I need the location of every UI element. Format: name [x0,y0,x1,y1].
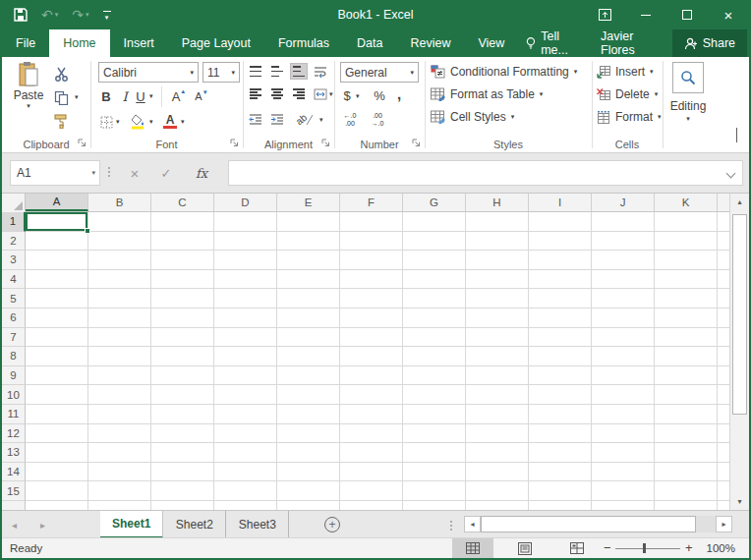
horizontal-scrollbar-track[interactable] [696,516,716,532]
cell-I15[interactable] [529,481,592,501]
cell-C12[interactable] [151,424,214,444]
cell-G9[interactable] [403,366,466,386]
cell-J12[interactable] [592,424,655,444]
row-header-13[interactable]: 13 [2,443,26,463]
cell-K8[interactable] [655,347,718,366]
cell-E11[interactable] [277,405,340,424]
cell-C10[interactable] [151,385,214,405]
decrease-indent-button[interactable] [247,111,264,128]
scroll-left-button[interactable]: ◂ [464,516,481,532]
cell-D5[interactable] [214,289,277,308]
select-all-button[interactable] [2,194,26,212]
column-header-partial[interactable] [718,194,729,211]
cell-C4[interactable] [151,270,214,290]
zoom-out-button[interactable]: − [604,538,611,558]
cell-partial-4[interactable] [718,270,729,290]
cell-D11[interactable] [214,405,277,424]
cell-C3[interactable] [151,251,214,270]
column-header-B[interactable]: B [88,194,151,211]
row-header-14[interactable]: 14 [2,463,26,482]
cell-J11[interactable] [592,405,655,424]
cell-G7[interactable] [403,328,466,348]
cell-H1[interactable] [466,212,529,232]
cell-I1[interactable] [529,212,592,232]
row-header-6[interactable]: 6 [2,308,26,328]
cell-partial-8[interactable] [718,347,729,366]
column-header-K[interactable]: K [655,194,718,211]
tab-view[interactable]: View [464,29,518,57]
cell-D4[interactable] [214,270,277,290]
collapse-ribbon-button[interactable] [736,129,737,142]
cell-I7[interactable] [529,328,592,348]
middle-align-button[interactable] [268,63,286,80]
cell-C13[interactable] [151,443,214,463]
column-header-C[interactable]: C [151,194,214,211]
decrease-decimal-button[interactable]: .00→.0 [366,111,389,129]
fill-color-dropdown-icon[interactable]: ▾ [149,118,153,126]
cell-D3[interactable] [214,251,277,270]
paste-button[interactable]: Paste ▾ [10,61,47,110]
cell-J9[interactable] [592,366,655,386]
font-size-dropdown-icon[interactable]: ▾ [231,69,235,77]
cell-F3[interactable] [340,251,403,270]
expand-formula-bar-icon[interactable] [726,168,736,178]
tab-scrollbar-splitter[interactable] [450,521,452,531]
cell-I14[interactable] [529,463,592,482]
cell-F11[interactable] [340,405,403,424]
cell-H12[interactable] [466,424,529,444]
number-dialog-launcher[interactable] [411,138,422,148]
cell-J7[interactable] [592,328,655,348]
insert-cells-button[interactable]: Insert ▾ [597,65,654,79]
cell-I8[interactable] [529,347,592,366]
cell-partial-13[interactable] [718,443,729,463]
cell-H8[interactable] [466,347,529,366]
bold-button[interactable]: B [98,87,114,105]
cell-J15[interactable] [592,481,655,501]
cell-E9[interactable] [277,366,340,386]
scroll-right-button[interactable]: ▸ [716,516,732,532]
cell-F2[interactable] [340,232,403,252]
cell-D8[interactable] [214,347,277,366]
underline-dropdown-icon[interactable]: ▾ [149,92,153,100]
cell-K1[interactable] [655,212,718,232]
name-box[interactable]: A1 ▾ [10,160,100,186]
cell-E14[interactable] [277,463,340,482]
row-header-8[interactable]: 8 [2,347,26,366]
zoom-in-button[interactable]: + [685,538,693,558]
cell-F13[interactable] [340,443,403,463]
cell-J5[interactable] [592,289,655,308]
cell-G8[interactable] [403,347,466,366]
cell-B8[interactable] [88,347,151,366]
cell-H13[interactable] [466,443,529,463]
name-box-dropdown-icon[interactable]: ▾ [91,169,95,177]
sheet-tab-sheet1[interactable]: Sheet1 [100,511,163,538]
cell-H11[interactable] [466,405,529,424]
cell-B3[interactable] [88,251,151,270]
increase-indent-button[interactable] [268,111,286,128]
scroll-down-button[interactable]: ▾ [731,493,748,510]
increase-decimal-button[interactable]: ←.0.00 [338,111,362,129]
user-account-button[interactable]: Javier Flores [593,29,672,57]
wrap-text-button[interactable] [312,63,329,80]
accounting-format-button[interactable]: $ [340,87,354,104]
format-painter-button[interactable] [51,112,71,130]
zoom-slider-thumb[interactable] [643,543,646,553]
cancel-button[interactable]: × [122,160,147,186]
cell-J2[interactable] [592,232,655,252]
number-format-dropdown-icon[interactable]: ▾ [410,69,414,77]
cell-B2[interactable] [88,232,151,252]
cell-D15[interactable] [214,481,277,501]
cell-G12[interactable] [403,424,466,444]
row-header-3[interactable]: 3 [2,251,26,270]
cell-H4[interactable] [466,270,529,290]
cell-C11[interactable] [151,405,214,424]
cell-D16[interactable] [214,501,277,510]
cell-K10[interactable] [655,385,718,405]
cell-F15[interactable] [340,481,403,501]
cell-F8[interactable] [340,347,403,366]
cell-A2[interactable] [26,232,88,252]
cell-F7[interactable] [340,328,403,348]
cell-partial-5[interactable] [718,289,729,308]
font-color-dropdown-icon[interactable]: ▾ [181,118,185,126]
cell-A12[interactable] [26,424,88,444]
